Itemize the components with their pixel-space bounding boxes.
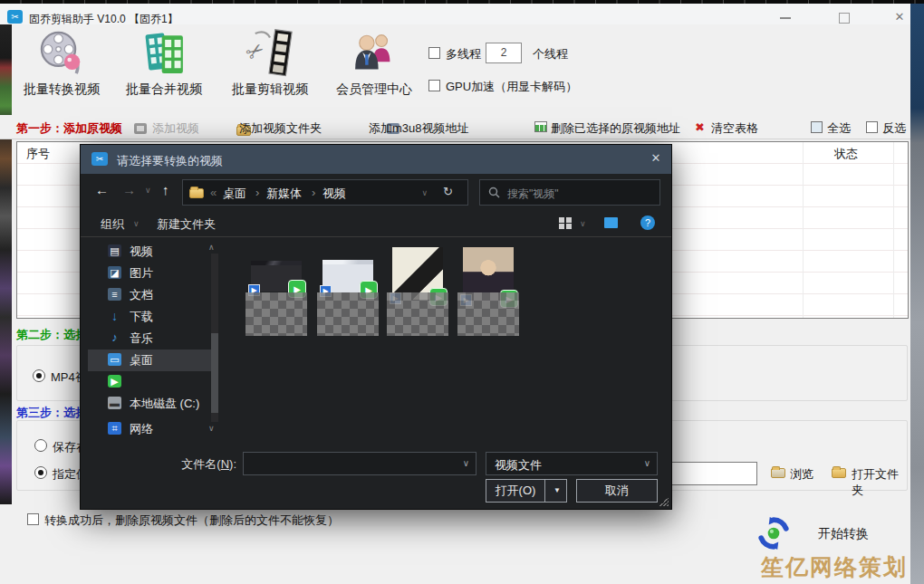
browse-icon: [771, 468, 785, 478]
film-reel-icon: [11, 27, 112, 80]
select-all-checkbox[interactable]: [811, 121, 823, 133]
add-video-folder-button[interactable]: 添加视频文件夹: [239, 120, 322, 137]
search-box[interactable]: 搜索"视频": [479, 179, 660, 206]
clear-table-button[interactable]: 清空表格: [711, 120, 758, 137]
dialog-app-icon: ✂: [91, 152, 108, 166]
sidebar-item-music[interactable]: ♪ 音乐: [88, 328, 211, 349]
sidebar-label: 音乐: [130, 330, 153, 347]
sidebar-scroll-up-icon[interactable]: ∧: [208, 243, 215, 252]
sidebar-item-downloads[interactable]: ↓ 下载: [88, 306, 211, 328]
sidebar-item-pictures[interactable]: ◪ 图片: [88, 263, 211, 284]
blurred-filename: [245, 292, 307, 336]
sidebar-label: 本地磁盘 (C:): [130, 396, 199, 412]
new-folder-button[interactable]: 新建文件夹: [157, 216, 216, 233]
custom-location-radio[interactable]: [34, 466, 47, 479]
sidebar-item-videos[interactable]: ▤ 视频: [88, 241, 211, 263]
file-type-value: 视频文件: [495, 457, 542, 474]
step1-label: 第一步：添加原视频: [16, 120, 122, 137]
thread-count-input[interactable]: 2: [486, 43, 522, 63]
file-type-select[interactable]: 视频文件 ∨: [486, 452, 658, 475]
refresh-icon[interactable]: ↻: [443, 185, 453, 198]
sidebar-label: 文档: [130, 287, 153, 303]
filename-dropdown-icon[interactable]: ∨: [463, 458, 469, 468]
file-item-3[interactable]: ▶ ▶: [385, 243, 450, 371]
filename-input[interactable]: ∨: [243, 452, 476, 475]
preview-pane-icon[interactable]: [604, 217, 618, 228]
sidebar-label: 视频: [130, 244, 153, 260]
sidebar-item-local-disk[interactable]: ▬ 本地磁盘 (C:): [88, 393, 211, 415]
search-placeholder: 搜索"视频": [507, 187, 559, 202]
open-dropdown-icon[interactable]: ▼: [548, 480, 566, 502]
add-video-button[interactable]: 添加视频: [152, 120, 199, 137]
breadcrumb-prefix: «: [210, 186, 217, 199]
breadcrumb-new-media[interactable]: 新媒体: [266, 186, 302, 202]
sidebar-item-documents[interactable]: ≡ 文档: [88, 284, 211, 306]
batch-convert-label: 批量转换视频: [11, 81, 112, 98]
members-icon: [323, 27, 425, 80]
view-chevron-icon[interactable]: ∨: [580, 219, 586, 228]
filename-label: 文件名(N):: [178, 456, 236, 473]
column-header-status: 状态: [834, 146, 858, 162]
main-titlebar: ✂ 固乔剪辑助手 V10.0 【固乔1】 ✕: [0, 4, 910, 24]
help-icon[interactable]: ?: [640, 215, 655, 230]
network-icon: ⌗: [108, 422, 121, 435]
file-open-dialog: ✂ 请选择要转换的视频 ✕ ← → ∨ ↑ « 桌面 › 新媒体 › 视频 ∨ …: [80, 144, 672, 510]
forward-icon[interactable]: →: [122, 182, 136, 197]
open-button[interactable]: 打开(O) ▼: [486, 479, 567, 503]
close-button[interactable]: ✕: [886, 9, 913, 24]
organize-chevron-icon: ∨: [133, 219, 140, 228]
blurred-filename: [317, 292, 379, 336]
view-thumbnails-icon[interactable]: [559, 217, 572, 229]
dialog-command-bar: 组织 ∨ 新建文件夹 ∨ ?: [81, 210, 671, 237]
dialog-close-button[interactable]: ✕: [644, 151, 668, 168]
sidebar-scrollbar-thumb[interactable]: [211, 333, 218, 413]
batch-merge-label: 批量合并视频: [113, 81, 215, 98]
add-m3u8-button[interactable]: 添加m3u8视频地址: [369, 120, 469, 137]
gpu-checkbox[interactable]: [428, 80, 440, 91]
gpu-label: GPU加速（用显卡解码）: [446, 79, 577, 95]
up-icon[interactable]: ↑: [162, 182, 169, 197]
breadcrumb-videos[interactable]: 视频: [322, 186, 346, 202]
select-all-label[interactable]: 全选: [827, 120, 851, 137]
blurred-filename: [457, 292, 519, 336]
browse-button[interactable]: 浏览: [790, 466, 813, 483]
maximize-button[interactable]: [830, 9, 857, 24]
delete-after-checkbox[interactable]: [27, 513, 39, 525]
invert-select-checkbox[interactable]: [866, 121, 878, 133]
start-convert-button[interactable]: 开始转换: [752, 514, 906, 555]
organize-button[interactable]: 组织: [101, 216, 124, 233]
batch-merge-button[interactable]: 批量合并视频: [113, 27, 215, 114]
member-center-button[interactable]: 会员管理中心: [323, 27, 425, 114]
cancel-button[interactable]: 取消: [576, 479, 658, 503]
address-dropdown-icon[interactable]: ∨: [421, 188, 428, 197]
back-icon[interactable]: ←: [95, 182, 109, 197]
delete-selected-button[interactable]: 删除已选择的原视频地址: [551, 120, 680, 137]
open-button-label: 打开(O): [486, 480, 544, 502]
resize-grip[interactable]: [659, 497, 669, 506]
sidebar-item-green-app[interactable]: ▶: [88, 371, 211, 393]
dialog-title: 请选择要转换的视频: [117, 153, 223, 169]
film-merge-icon: [113, 27, 215, 80]
file-item-2[interactable]: ▶ ▶: [315, 243, 380, 371]
invert-select-label[interactable]: 反选: [882, 120, 906, 137]
sidebar-scrollbar[interactable]: [211, 254, 218, 422]
save-original-radio[interactable]: [34, 439, 47, 452]
multithread-checkbox[interactable]: [428, 47, 440, 59]
file-type-dropdown-icon[interactable]: ∨: [644, 458, 650, 468]
open-folder-button[interactable]: 打开文件夹: [852, 466, 907, 499]
sidebar-item-desktop[interactable]: ▭ 桌面: [88, 349, 211, 371]
green-app-icon: ▶: [108, 375, 121, 388]
sidebar-label: 下载: [130, 309, 153, 325]
batch-cut-button[interactable]: ✂ 批量剪辑视频: [219, 27, 321, 114]
file-item-1[interactable]: ▶ ▶: [244, 243, 309, 371]
sidebar-scroll-down-icon[interactable]: ∨: [208, 424, 215, 433]
history-chevron-icon[interactable]: ∨: [145, 186, 151, 195]
video-thumbnail: ▶ ▶: [322, 260, 373, 292]
breadcrumb-desktop[interactable]: 桌面: [223, 186, 246, 202]
file-item-4[interactable]: ▶ ▶: [456, 243, 521, 371]
minimize-button[interactable]: [772, 9, 799, 24]
mp4-radio[interactable]: [33, 369, 45, 382]
batch-convert-button[interactable]: 批量转换视频: [11, 27, 112, 114]
address-bar[interactable]: « 桌面 › 新媒体 › 视频 ∨ ↻: [182, 179, 468, 206]
sidebar-item-network[interactable]: ⌗ 网络: [88, 418, 211, 440]
